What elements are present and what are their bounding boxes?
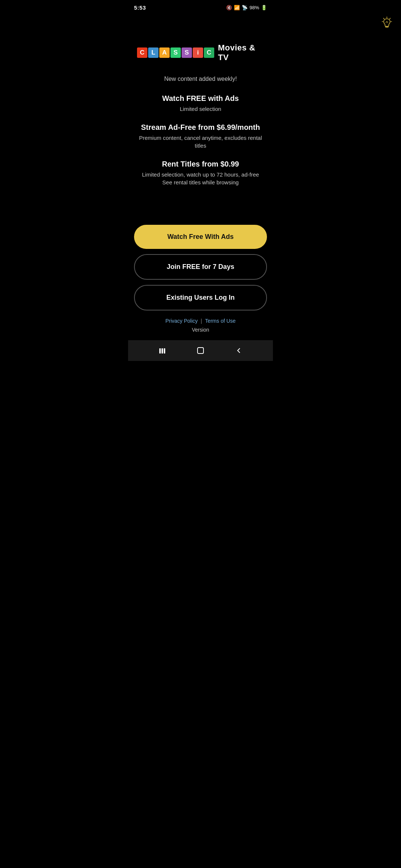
logo-tile-c1: C bbox=[137, 47, 147, 58]
feature-rent-title: Rent Titles from $0.99 bbox=[137, 160, 264, 168]
privacy-policy-link[interactable]: Privacy Policy bbox=[165, 318, 198, 324]
feature-watch-free-title: Watch FREE with Ads bbox=[137, 94, 264, 103]
login-button[interactable]: Existing Users Log In bbox=[134, 285, 267, 310]
status-bar: 5:53 🔇 📶 📡 98% 🔋 bbox=[128, 0, 273, 13]
logo-tile-s1: S bbox=[170, 47, 181, 58]
wifi-icon: 📶 bbox=[234, 5, 240, 10]
feature-stream-title: Stream Ad-Free from $6.99/month bbox=[137, 123, 264, 132]
terms-of-use-link[interactable]: Terms of Use bbox=[205, 318, 235, 324]
logo-tiles: C L A S S i C bbox=[137, 47, 214, 58]
logo-tile-l: L bbox=[148, 47, 159, 58]
logo-tile-s2: S bbox=[182, 47, 192, 58]
features-section: Watch FREE with Ads Limited selection St… bbox=[137, 94, 264, 197]
join-free-button[interactable]: Join FREE for 7 Days bbox=[134, 254, 267, 280]
buttons-section: Watch Free With Ads Join FREE for 7 Days… bbox=[128, 225, 273, 310]
nav-back-button[interactable] bbox=[231, 343, 246, 358]
svg-rect-9 bbox=[164, 348, 165, 354]
svg-rect-10 bbox=[198, 348, 203, 354]
logo-container: C L A S S i C Movies & TV bbox=[137, 43, 264, 62]
svg-rect-7 bbox=[159, 348, 161, 354]
logo-tile-c2: C bbox=[204, 47, 214, 58]
feature-watch-free-desc: Limited selection bbox=[137, 105, 264, 113]
watch-free-button[interactable]: Watch Free With Ads bbox=[134, 225, 267, 249]
feature-watch-free: Watch FREE with Ads Limited selection bbox=[137, 94, 264, 113]
svg-rect-8 bbox=[162, 348, 163, 354]
main-content: C L A S S i C Movies & TV New content ad… bbox=[128, 13, 273, 225]
feature-stream: Stream Ad-Free from $6.99/month Premium … bbox=[137, 123, 264, 149]
status-icons: 🔇 📶 📡 98% 🔋 bbox=[226, 5, 267, 10]
version-text: Version bbox=[128, 327, 273, 333]
nav-recents-button[interactable] bbox=[155, 343, 170, 358]
mute-icon: 🔇 bbox=[226, 5, 232, 10]
feature-stream-desc: Premium content, cancel anytime, exclude… bbox=[137, 134, 264, 149]
battery-icon: 🔋 bbox=[261, 5, 267, 10]
footer-links: Privacy Policy | Terms of Use bbox=[128, 318, 273, 324]
status-time: 5:53 bbox=[134, 4, 146, 11]
logo-text: Movies & TV bbox=[218, 43, 264, 62]
nav-home-button[interactable] bbox=[193, 343, 208, 358]
tagline: New content added weekly! bbox=[164, 76, 237, 82]
nav-bar bbox=[128, 340, 273, 361]
logo-tile-a: A bbox=[159, 47, 170, 58]
signal-icon: 📡 bbox=[242, 5, 248, 10]
battery-indicator: 98% bbox=[250, 5, 259, 10]
footer-divider: | bbox=[201, 318, 202, 324]
feature-rent: Rent Titles from $0.99 Limited selection… bbox=[137, 160, 264, 186]
feature-rent-desc: Limited selection, watch up to 72 hours,… bbox=[137, 171, 264, 186]
logo-tile-i: i bbox=[193, 47, 203, 58]
